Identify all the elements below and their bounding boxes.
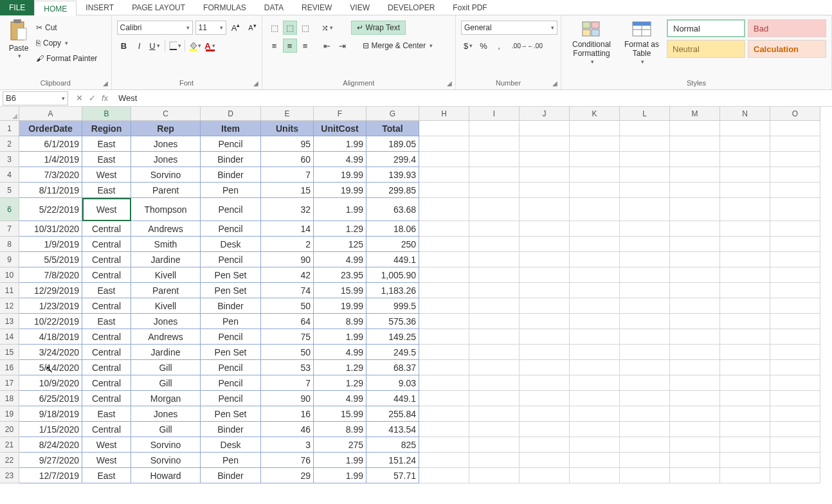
cell-O13[interactable]: [770, 314, 820, 329]
cell-B23[interactable]: East: [82, 468, 131, 483]
style-bad[interactable]: Bad: [748, 19, 826, 37]
accounting-format-icon[interactable]: $▾: [461, 39, 475, 53]
cell-G11[interactable]: 1,183.26: [366, 283, 419, 298]
cell-C4[interactable]: Sorvino: [131, 167, 201, 183]
cell-A12[interactable]: 1/23/2019: [19, 298, 82, 314]
cell-C20[interactable]: Gill: [131, 422, 201, 437]
cell-D10[interactable]: Pen Set: [201, 267, 261, 283]
cell-A13[interactable]: 10/22/2019: [19, 314, 82, 329]
cell-B3[interactable]: East: [82, 152, 131, 167]
cell-B14[interactable]: Central: [82, 329, 131, 345]
column-header-H[interactable]: H: [419, 107, 469, 121]
cell-N14[interactable]: [720, 329, 770, 345]
cell-I16[interactable]: [469, 360, 520, 375]
cell-M2[interactable]: [670, 136, 720, 152]
cell-N13[interactable]: [720, 314, 770, 329]
cell-N22[interactable]: [720, 453, 770, 468]
cell-A8[interactable]: 1/9/2019: [19, 237, 82, 252]
cell-I13[interactable]: [469, 314, 520, 329]
cell-N2[interactable]: [720, 136, 770, 152]
cell-J2[interactable]: [520, 136, 570, 152]
cell-J16[interactable]: [520, 360, 570, 375]
cell-H8[interactable]: [419, 237, 469, 252]
cell-C8[interactable]: Smith: [131, 237, 201, 252]
cell-A16[interactable]: 5/14/2020: [19, 360, 82, 375]
cell-E5[interactable]: 15: [261, 183, 314, 198]
row-header-12[interactable]: 12: [0, 298, 19, 314]
cell-D22[interactable]: Pen: [201, 453, 261, 468]
column-header-I[interactable]: I: [469, 107, 520, 121]
cell-E13[interactable]: 64: [261, 314, 314, 329]
cell-C6[interactable]: Thompson: [131, 198, 201, 221]
conditional-formatting-button[interactable]: ConditionalFormatting▾: [566, 19, 617, 66]
cell-K22[interactable]: [570, 453, 620, 468]
cell-O8[interactable]: [770, 237, 820, 252]
row-header-9[interactable]: 9: [0, 252, 19, 267]
merge-center-button[interactable]: ⊟Merge & Center▾: [359, 39, 437, 53]
cell-H4[interactable]: [419, 167, 469, 183]
cell-M14[interactable]: [670, 329, 720, 345]
cell-A9[interactable]: 5/5/2019: [19, 252, 82, 267]
cell-I15[interactable]: [469, 345, 520, 360]
cell-C21[interactable]: Sorvino: [131, 437, 201, 453]
cell-O10[interactable]: [770, 267, 820, 283]
cell-E21[interactable]: 3: [261, 437, 314, 453]
cell-D13[interactable]: Pen: [201, 314, 261, 329]
cell-D8[interactable]: Desk: [201, 237, 261, 252]
fx-icon[interactable]: fx: [99, 93, 111, 103]
cell-C14[interactable]: Andrews: [131, 329, 201, 345]
cell-J19[interactable]: [520, 406, 570, 422]
cell-N20[interactable]: [720, 422, 770, 437]
cell-D9[interactable]: Pencil: [201, 252, 261, 267]
column-header-G[interactable]: G: [366, 107, 419, 121]
cell-O3[interactable]: [770, 152, 820, 167]
cell-K3[interactable]: [570, 152, 620, 167]
cell-O14[interactable]: [770, 329, 820, 345]
style-neutral[interactable]: Neutral: [667, 40, 745, 58]
increase-font-icon[interactable]: A▴: [229, 21, 243, 35]
cell-N5[interactable]: [720, 183, 770, 198]
cell-A14[interactable]: 4/18/2019: [19, 329, 82, 345]
cell-K17[interactable]: [570, 375, 620, 391]
cell-E22[interactable]: 76: [261, 453, 314, 468]
cell-H23[interactable]: [419, 468, 469, 483]
cell-L10[interactable]: [620, 267, 670, 283]
cell-A19[interactable]: 9/18/2019: [19, 406, 82, 422]
cell-E12[interactable]: 50: [261, 298, 314, 314]
cell-D21[interactable]: Desk: [201, 437, 261, 453]
cell-L3[interactable]: [620, 152, 670, 167]
cell-F9[interactable]: 4.99: [314, 252, 366, 267]
cell-K10[interactable]: [570, 267, 620, 283]
column-header-N[interactable]: N: [720, 107, 770, 121]
cell-B10[interactable]: Central: [82, 267, 131, 283]
wrap-text-button[interactable]: ↵Wrap Text: [351, 21, 406, 35]
cell-F22[interactable]: 1.99: [314, 453, 366, 468]
cell-H6[interactable]: [419, 198, 469, 221]
cell-H13[interactable]: [419, 314, 469, 329]
cell-J8[interactable]: [520, 237, 570, 252]
percent-format-icon[interactable]: %: [476, 39, 491, 53]
cell-L22[interactable]: [620, 453, 670, 468]
cell-G14[interactable]: 149.25: [366, 329, 419, 345]
cell-G22[interactable]: 151.24: [366, 453, 419, 468]
cell-K20[interactable]: [570, 422, 620, 437]
cell-G1[interactable]: Total: [366, 121, 419, 136]
cell-F19[interactable]: 15.99: [314, 406, 366, 422]
cell-L9[interactable]: [620, 252, 670, 267]
cell-C22[interactable]: Sorvino: [131, 453, 201, 468]
cell-K4[interactable]: [570, 167, 620, 183]
cell-M10[interactable]: [670, 267, 720, 283]
cell-H16[interactable]: [419, 360, 469, 375]
cell-C7[interactable]: Andrews: [131, 221, 201, 237]
cell-L16[interactable]: [620, 360, 670, 375]
tab-home[interactable]: HOME: [34, 1, 77, 16]
cell-H9[interactable]: [419, 252, 469, 267]
cell-C11[interactable]: Parent: [131, 283, 201, 298]
cell-J20[interactable]: [520, 422, 570, 437]
cell-J10[interactable]: [520, 267, 570, 283]
cell-L11[interactable]: [620, 283, 670, 298]
orientation-button[interactable]: ⤭▾: [320, 21, 334, 35]
cell-F6[interactable]: 1.99: [314, 198, 366, 221]
cell-O9[interactable]: [770, 252, 820, 267]
cell-E17[interactable]: 7: [261, 375, 314, 391]
